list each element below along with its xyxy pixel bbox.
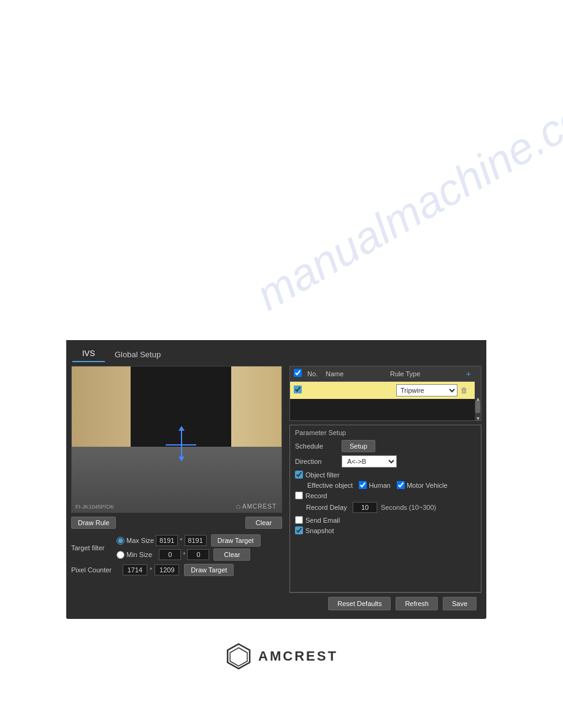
- cam-wall-right: [229, 366, 282, 454]
- rule-table-header: No. Name Rule Type +: [290, 366, 475, 382]
- max-size-w-input[interactable]: [156, 535, 178, 546]
- min-size-w-input[interactable]: [159, 549, 181, 560]
- content-area: FI-JK1045P/OK ⬡AMCREST Draw Rule Clear T…: [66, 362, 486, 619]
- object-filter-label: Object filter: [305, 471, 340, 479]
- draw-target-max-button[interactable]: Draw Target: [211, 534, 261, 547]
- camera-view: FI-JK1045P/OK ⬡AMCREST: [71, 366, 282, 513]
- radio-group: Max Size * Draw Target Min Size *: [117, 534, 261, 561]
- header-checkbox[interactable]: [294, 369, 302, 377]
- pixel-w-input[interactable]: [123, 564, 147, 575]
- pixel-h-input[interactable]: [155, 564, 179, 575]
- human-checkbox[interactable]: [359, 481, 367, 489]
- direction-label: Direction: [295, 458, 338, 465]
- refresh-button[interactable]: Refresh: [396, 597, 438, 610]
- motor-vehicle-checkbox[interactable]: [397, 481, 405, 489]
- rule-scrollbar[interactable]: ▲ ▼: [475, 366, 481, 420]
- min-size-radio-item: Min Size * Clear: [117, 548, 261, 561]
- header-rule-type: Rule Type: [390, 370, 458, 377]
- draw-target-pixel-button[interactable]: Draw Target: [184, 564, 234, 576]
- schedule-row: Schedule Setup: [295, 440, 476, 452]
- target-filter-label: Target filter: [71, 544, 114, 552]
- delay-unit-label: Seconds (10~300): [381, 504, 436, 511]
- max-size-label: Max Size: [126, 537, 154, 544]
- cam-ground: [72, 447, 282, 512]
- parameter-setup-section: Parameter Setup Schedule Setup Direction…: [289, 425, 481, 593]
- amcrest-logo-icon: [225, 643, 252, 670]
- scroll-thumb: [475, 401, 480, 413]
- watermark: manualmachine.com: [248, 73, 563, 320]
- schedule-label: Schedule: [295, 442, 338, 450]
- filter-row: Target filter Max Size * Draw Target: [71, 534, 282, 561]
- snapshot-row: Snapshot: [295, 526, 476, 534]
- multiply-sign-1: *: [180, 537, 182, 544]
- camera-label: FI-JK1045P/OK: [75, 504, 114, 510]
- send-email-row: Send Email: [295, 516, 476, 524]
- effective-object-row: Effective object Human Motor Vehicle: [307, 481, 476, 489]
- draw-rule-button[interactable]: Draw Rule: [71, 517, 116, 529]
- rule-table-row: Tripwire Intrusion LeftDetection RightDe…: [290, 382, 475, 399]
- tab-global-setup[interactable]: Global Setup: [105, 347, 170, 362]
- max-size-h-input[interactable]: [185, 535, 207, 546]
- tripwire-horizontal: [166, 444, 196, 446]
- min-size-radio[interactable]: [117, 551, 124, 559]
- max-size-radio[interactable]: [117, 537, 124, 545]
- header-name: Name: [326, 370, 390, 377]
- tab-bar: IVS Global Setup: [66, 340, 486, 362]
- row-checkbox[interactable]: [294, 385, 302, 393]
- tab-ivs[interactable]: IVS: [72, 346, 105, 362]
- rule-table-content: No. Name Rule Type + Tripwire: [290, 366, 475, 420]
- camera-brand: ⬡AMCREST: [236, 503, 277, 510]
- effective-object-label: Effective object: [307, 482, 353, 489]
- pixel-counter-label: Pixel Counter: [71, 566, 114, 574]
- direction-row: Direction A->B A<-B A<->B: [295, 455, 476, 468]
- snapshot-label: Snapshot: [305, 527, 334, 534]
- direction-select[interactable]: A->B A<-B A<->B: [342, 455, 397, 468]
- object-filter-row: Object filter: [295, 471, 476, 479]
- tripwire-arrow-up: [178, 426, 185, 431]
- save-button[interactable]: Save: [443, 597, 477, 610]
- main-panel: IVS Global Setup: [66, 340, 486, 619]
- max-size-radio-item: Max Size * Draw Target: [117, 534, 261, 547]
- row-check-col: [294, 385, 307, 395]
- rule-table-wrap: No. Name Rule Type + Tripwire: [289, 366, 481, 421]
- header-check-col: [294, 369, 307, 379]
- tripwire-arrow-down: [178, 457, 185, 461]
- send-email-label: Send Email: [305, 517, 340, 524]
- record-label: Record: [305, 492, 327, 499]
- pixel-counter-row: Pixel Counter * Draw Target: [71, 564, 282, 576]
- multiply-sign-3: *: [150, 566, 152, 574]
- bottom-action-buttons: Reset Defaults Refresh Save: [289, 593, 481, 614]
- min-size-h-input[interactable]: [187, 549, 209, 560]
- camera-controls: Draw Rule Clear Target filter Max Size *: [71, 517, 282, 576]
- svg-marker-1: [230, 648, 247, 666]
- object-filter-checkbox[interactable]: [295, 471, 303, 479]
- record-delay-row: Record Delay Seconds (10~300): [306, 502, 476, 513]
- multiply-sign-2: *: [183, 551, 185, 558]
- motor-vehicle-item: Motor Vehicle: [397, 481, 448, 489]
- camera-section: FI-JK1045P/OK ⬡AMCREST Draw Rule Clear T…: [66, 362, 287, 619]
- min-size-label: Min Size: [126, 551, 152, 558]
- human-label: Human: [369, 482, 390, 489]
- clear-rule-button[interactable]: Clear: [245, 517, 282, 529]
- record-delay-input[interactable]: [353, 502, 377, 513]
- send-email-checkbox[interactable]: [295, 516, 303, 524]
- record-checkbox[interactable]: [295, 491, 303, 499]
- clear-min-button[interactable]: Clear: [213, 548, 250, 561]
- right-section: No. Name Rule Type + Tripwire: [287, 362, 486, 619]
- header-no: No.: [307, 370, 326, 377]
- schedule-setup-button[interactable]: Setup: [342, 440, 375, 452]
- human-item: Human: [359, 481, 390, 489]
- rule-type-select[interactable]: Tripwire Intrusion LeftDetection RightDe…: [396, 384, 458, 396]
- reset-defaults-button[interactable]: Reset Defaults: [328, 597, 391, 610]
- add-rule-button[interactable]: +: [458, 370, 471, 378]
- delete-rule-button[interactable]: 🗑: [458, 386, 471, 395]
- record-row: Record: [295, 491, 476, 499]
- record-delay-label: Record Delay: [306, 504, 349, 511]
- draw-rule-row: Draw Rule Clear: [71, 517, 282, 529]
- param-setup-title: Parameter Setup: [295, 429, 476, 436]
- camera-background: [72, 366, 282, 512]
- snapshot-checkbox[interactable]: [295, 526, 303, 534]
- motor-vehicle-label: Motor Vehicle: [407, 482, 448, 489]
- logo-text: AMCREST: [258, 648, 338, 664]
- bottom-logo: AMCREST: [225, 643, 338, 670]
